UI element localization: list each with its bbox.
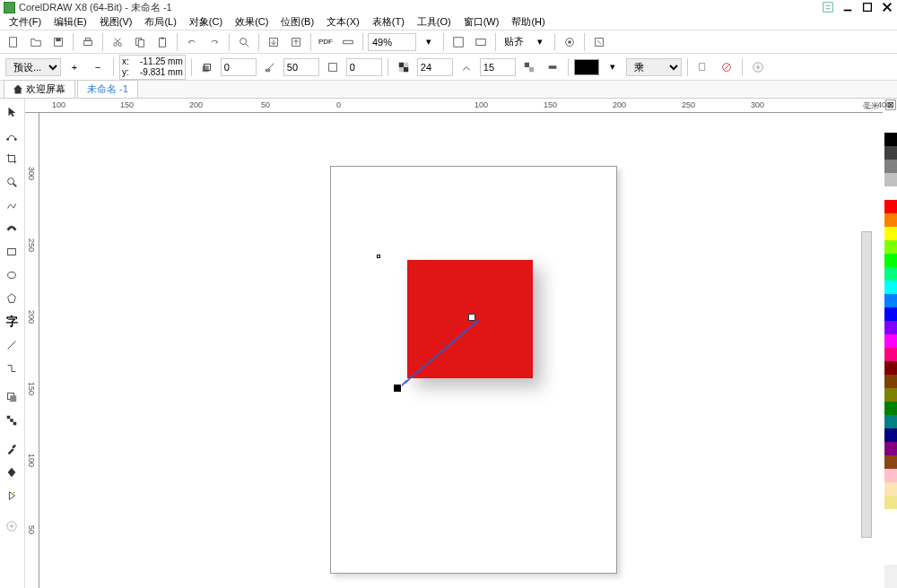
palette-swatch[interactable] (884, 496, 897, 509)
tab-welcome[interactable]: 欢迎屏幕 (4, 80, 75, 98)
palette-swatch[interactable] (884, 200, 897, 213)
stretch-input[interactable] (283, 58, 319, 76)
menu-object[interactable]: 对象(C) (184, 13, 228, 30)
options-button[interactable] (560, 32, 579, 52)
palette-swatch[interactable] (884, 173, 897, 186)
feather-direction-button[interactable] (519, 57, 539, 77)
feather-input[interactable] (480, 58, 516, 76)
connector-tool[interactable] (0, 357, 23, 380)
feather-icon[interactable] (457, 57, 476, 77)
drop-shadow-tool[interactable] (0, 385, 23, 409)
palette-swatch[interactable] (884, 348, 897, 361)
menu-tools[interactable]: 工具(O) (412, 13, 457, 30)
zoom-input[interactable] (368, 33, 416, 51)
transparency-tool[interactable] (0, 409, 23, 432)
pick-tool[interactable] (0, 100, 23, 124)
redo-button[interactable] (205, 32, 224, 52)
shape-tool[interactable] (0, 124, 23, 147)
copy-button[interactable] (130, 32, 150, 52)
save-button[interactable] (48, 32, 68, 52)
color-dropdown-button[interactable]: ▾ (603, 57, 623, 77)
text-tool[interactable]: 字 (0, 310, 23, 333)
new-button[interactable] (4, 32, 23, 52)
interactive-fill-tool[interactable] (0, 461, 23, 484)
menu-effects[interactable]: 效果(C) (230, 13, 274, 30)
undo-button[interactable] (182, 32, 202, 52)
blend-mode-combo[interactable]: 乘 (626, 58, 682, 76)
zoom-dropdown-button[interactable]: ▾ (419, 32, 439, 52)
palette-swatch[interactable] (884, 482, 897, 496)
palette-swatch[interactable] (884, 307, 897, 321)
crop-tool[interactable] (0, 147, 23, 170)
palette-swatch[interactable] (884, 388, 897, 402)
shadow-color-swatch[interactable] (574, 59, 599, 75)
snap-dropdown-button[interactable]: ▾ (530, 32, 550, 52)
shadow-direction-icon[interactable] (197, 57, 217, 77)
polygon-tool[interactable] (0, 287, 23, 310)
palette-swatch[interactable] (884, 361, 897, 375)
menu-table[interactable]: 表格(T) (367, 13, 410, 30)
palette-swatch[interactable] (884, 133, 897, 146)
right-scrollbar-track[interactable] (861, 231, 872, 538)
remove-preset-button[interactable]: − (88, 57, 108, 77)
pdf-button[interactable]: PDF (316, 32, 335, 52)
menu-layout[interactable]: 布局(L) (139, 13, 181, 30)
print-button[interactable] (78, 32, 98, 52)
smart-fill-tool[interactable] (0, 484, 23, 507)
shadow-stretch-icon[interactable] (260, 57, 280, 77)
menu-help[interactable]: 帮助(H) (506, 13, 550, 30)
shadow-end-handle[interactable] (393, 384, 402, 393)
palette-swatch[interactable] (884, 227, 897, 240)
full-screen-button[interactable] (448, 32, 468, 52)
fade-input[interactable] (346, 58, 382, 76)
palette-swatch[interactable] (884, 213, 897, 227)
palette-swatch[interactable] (884, 334, 897, 348)
zoom-tool[interactable] (0, 170, 23, 194)
help-icon[interactable] (822, 1, 834, 13)
launch-button[interactable] (589, 32, 609, 52)
palette-swatch[interactable] (884, 294, 897, 307)
color-eyedropper-tool[interactable] (0, 437, 23, 461)
tab-current[interactable]: 未命名 -1 (77, 80, 138, 98)
palette-swatch[interactable] (884, 186, 897, 200)
palette-swatch[interactable] (884, 469, 897, 482)
copy-shadow-button[interactable] (693, 57, 713, 77)
feather-edge-button[interactable] (543, 57, 562, 77)
menu-bitmap[interactable]: 位图(B) (275, 13, 319, 30)
menu-text[interactable]: 文本(X) (321, 13, 365, 30)
paste-button[interactable] (152, 32, 172, 52)
search-button[interactable] (234, 32, 254, 52)
import-button[interactable] (264, 32, 283, 52)
cut-button[interactable] (108, 32, 127, 52)
palette-swatch[interactable] (884, 321, 897, 334)
x-input[interactable] (131, 56, 183, 67)
close-button[interactable] (881, 1, 893, 13)
palette-swatch[interactable] (884, 240, 897, 254)
y-input[interactable] (131, 67, 183, 78)
vertical-ruler[interactable]: 30025020015010050 (25, 113, 39, 588)
menu-view[interactable]: 视图(V) (94, 13, 138, 30)
ellipse-tool[interactable] (0, 264, 23, 287)
angle-input[interactable] (221, 58, 257, 76)
export-button[interactable] (286, 32, 306, 52)
artistic-media-tool[interactable] (0, 217, 23, 240)
clear-shadow-button[interactable] (717, 57, 736, 77)
menu-window[interactable]: 窗口(W) (458, 13, 505, 30)
expand-toolbox-button[interactable] (0, 514, 23, 538)
palette-swatch[interactable] (884, 442, 897, 455)
opacity-icon[interactable] (394, 57, 414, 77)
palette-swatch[interactable] (884, 402, 897, 415)
palette-swatch[interactable] (884, 455, 897, 469)
canvas[interactable] (25, 99, 884, 588)
add-preset-button[interactable]: + (65, 57, 84, 77)
minimize-button[interactable] (841, 1, 854, 13)
parallel-dimension-tool[interactable] (0, 333, 23, 357)
shadow-fade-icon[interactable] (323, 57, 343, 77)
freehand-tool[interactable] (0, 194, 23, 217)
maximize-button[interactable] (861, 1, 874, 13)
menu-file[interactable]: 文件(F) (4, 13, 47, 30)
add-button[interactable] (748, 57, 768, 77)
palette-swatch[interactable] (884, 375, 897, 388)
palette-swatch[interactable] (884, 281, 897, 294)
preset-combo[interactable]: 预设... (5, 58, 61, 76)
